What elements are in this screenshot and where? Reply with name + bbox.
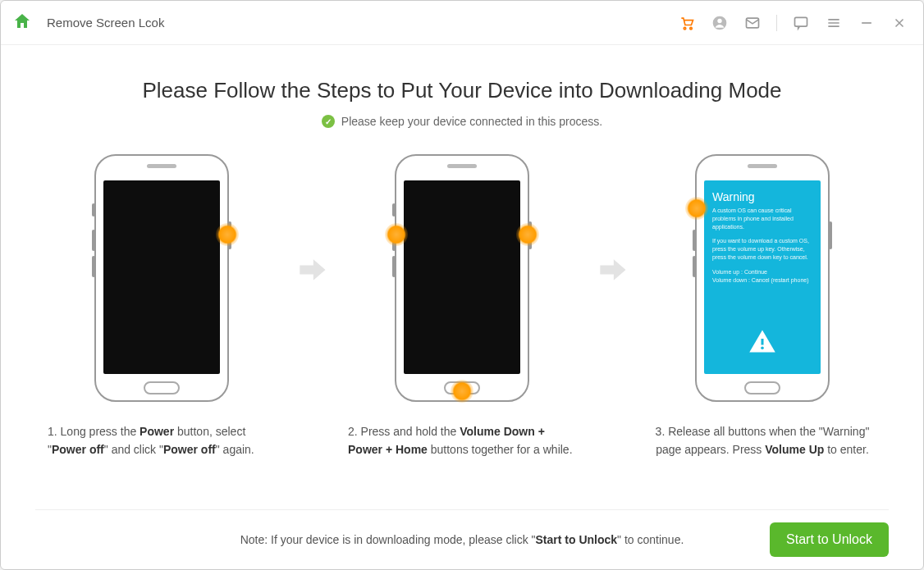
check-icon: ✓ <box>322 115 335 128</box>
mail-icon[interactable] <box>743 14 762 32</box>
svg-point-1 <box>690 27 693 29</box>
start-to-unlock-button[interactable]: Start to Unlock <box>770 522 889 557</box>
titlebar: Remove Screen Lcok <box>1 1 923 45</box>
svg-point-3 <box>717 18 721 22</box>
warning-triangle-icon <box>746 326 779 356</box>
cart-icon[interactable] <box>678 14 696 32</box>
svg-point-0 <box>684 27 686 29</box>
step-3-illustration: Warning A custom OS can cause critical p… <box>676 151 849 405</box>
step-3-text: 3. Release all buttons when the "Warning… <box>643 423 881 458</box>
app-window: Remove Screen Lcok <box>0 0 924 570</box>
divider <box>776 15 777 31</box>
home-icon[interactable] <box>12 11 32 34</box>
heading: Please Follow the Steps to Put Your Devi… <box>142 78 781 103</box>
arrow-icon <box>592 143 632 397</box>
arrow-icon <box>292 143 332 397</box>
step-1: 1. Long press the Power button, select "… <box>43 151 281 458</box>
svg-rect-6 <box>762 339 764 345</box>
warning-screen: Warning A custom OS can cause critical p… <box>704 180 821 374</box>
feedback-icon[interactable] <box>792 14 810 32</box>
svg-rect-5 <box>795 17 807 26</box>
footer-note: Note: If your device is in downloading m… <box>240 533 684 546</box>
user-icon[interactable] <box>711 14 729 32</box>
main-content: Please Follow the Steps to Put Your Devi… <box>1 45 923 480</box>
close-icon[interactable] <box>890 14 908 32</box>
step-2-illustration <box>376 151 548 405</box>
svg-point-7 <box>761 346 764 349</box>
titlebar-actions <box>678 14 908 32</box>
steps-row: 1. Long press the Power button, select "… <box>35 151 889 458</box>
menu-icon[interactable] <box>825 14 843 32</box>
sub-heading-text: Please keep your device connected in thi… <box>341 115 602 128</box>
step-3: Warning A custom OS can cause critical p… <box>643 151 881 458</box>
page-title: Remove Screen Lcok <box>47 16 678 30</box>
step-1-text: 1. Long press the Power button, select "… <box>43 423 281 458</box>
sub-heading: ✓ Please keep your device connected in t… <box>322 115 602 128</box>
step-2: 2. Press and hold the Volume Down + Powe… <box>343 151 581 458</box>
footer: Note: If your device is in downloading m… <box>1 510 923 569</box>
minimize-icon[interactable] <box>858 14 876 32</box>
step-1-illustration <box>75 151 248 405</box>
step-2-text: 2. Press and hold the Volume Down + Powe… <box>343 423 581 458</box>
